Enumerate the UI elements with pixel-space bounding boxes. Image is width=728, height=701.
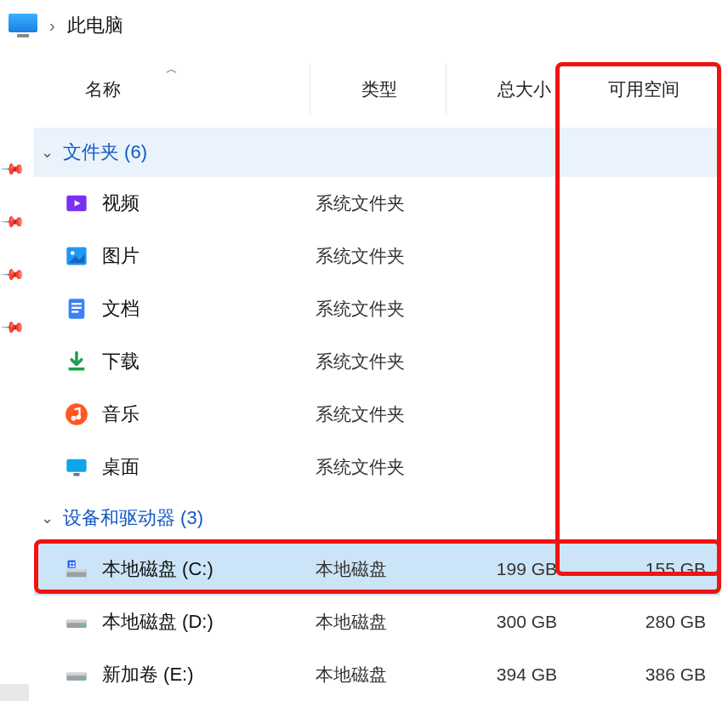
item-type: 本地磁盘 [316,557,452,581]
item-type: 系统文件夹 [316,402,452,426]
svg-point-24 [82,624,84,626]
list-item[interactable]: 新加卷 (E:) 本地磁盘 394 GB 386 GB [34,648,719,701]
item-size: 199 GB [452,559,562,579]
item-type: 系统文件夹 [316,350,452,373]
music-icon [65,402,88,426]
item-type: 系统文件夹 [316,244,452,268]
svg-rect-23 [66,620,86,624]
list-item[interactable]: 本地磁盘 (C:) 本地磁盘 199 GB 155 GB [34,543,719,596]
svg-rect-20 [70,565,71,567]
item-name: 新加卷 (E:) [102,662,194,687]
downloads-icon [65,350,88,373]
chevron-down-icon: ⌄ [39,509,54,527]
pin-icon: 📌 [0,314,26,340]
list-item[interactable]: 文档 系统文件夹 [34,282,719,335]
breadcrumb[interactable]: › 此电脑 [0,0,728,51]
pin-gutter: 📌 📌 📌 📌 [3,160,22,337]
item-free: 386 GB [562,664,719,685]
item-name: 本地磁盘 (C:) [102,556,213,582]
item-name: 文档 [102,296,139,322]
item-name: 桌面 [102,454,139,480]
list-item[interactable]: 视频 系统文件夹 [34,177,719,230]
svg-rect-8 [71,311,78,312]
list-item[interactable]: 音乐 系统文件夹 [34,388,719,441]
item-name: 本地磁盘 (D:) [102,609,213,635]
item-type: 本地磁盘 [316,610,452,634]
breadcrumb-location[interactable]: 此电脑 [67,13,123,38]
list-item[interactable]: 图片 系统文件夹 [34,230,719,282]
svg-rect-18 [70,562,71,564]
explorer-window: › 此电脑 📌 📌 📌 📌 ︿ 名称 类型 总大小 可用空间 ⌄ 文件夹 (6) [0,0,728,701]
column-header-label: 类型 [361,77,397,101]
sort-ascending-icon: ︿ [166,62,178,77]
column-header-type[interactable]: 类型 [310,64,446,115]
svg-rect-16 [66,569,86,573]
svg-rect-19 [72,562,74,564]
svg-point-3 [71,251,75,255]
column-header-label: 总大小 [498,77,551,101]
svg-rect-14 [74,473,80,476]
item-name: 图片 [102,243,139,269]
pin-icon: 📌 [0,208,26,235]
group-label: 文件夹 (6) [63,140,147,165]
item-type: 本地磁盘 [316,663,452,687]
column-header-label: 可用空间 [608,77,680,101]
this-pc-icon [9,14,37,37]
item-name: 下载 [102,349,139,374]
chevron-down-icon: ⌄ [39,143,54,162]
pictures-icon [65,244,88,268]
item-type: 系统文件夹 [316,297,452,321]
item-name: 视频 [102,191,139,216]
drive-icon [65,610,88,634]
column-header-name[interactable]: ︿ 名称 [34,64,310,115]
drive-icon [65,663,88,687]
item-type: 系统文件夹 [316,191,452,215]
item-size: 394 GB [452,664,562,685]
list-item[interactable]: 本地磁盘 (D:) 本地磁盘 300 GB 280 GB [34,596,719,648]
svg-point-27 [82,676,84,679]
video-icon [65,191,88,215]
column-header-size[interactable]: 总大小 [446,64,557,115]
svg-rect-6 [71,303,82,305]
pin-icon: 📌 [0,261,26,288]
column-header-free[interactable]: 可用空间 [557,64,719,115]
group-label: 设备和驱动器 (3) [63,505,203,531]
breadcrumb-separator: › [49,16,55,36]
item-size: 300 GB [452,612,562,632]
item-name: 音乐 [102,402,139,427]
svg-rect-9 [69,368,85,371]
svg-rect-7 [71,307,82,309]
column-headers: ︿ 名称 类型 总大小 可用空间 [34,64,719,115]
documents-icon [65,297,88,321]
drive-c-icon [65,557,88,581]
pin-icon: 📌 [0,156,26,182]
column-header-label: 名称 [85,77,121,101]
svg-point-12 [77,415,82,420]
svg-point-11 [71,416,77,421]
scrollbar-stub[interactable] [0,684,29,701]
svg-rect-13 [66,459,86,472]
svg-point-10 [65,403,88,425]
group-header-devices[interactable]: ⌄ 设备和驱动器 (3) [34,493,719,543]
desktop-icon [65,455,88,479]
item-free: 280 GB [562,612,719,632]
item-type: 系统文件夹 [316,455,452,479]
group-header-folders[interactable]: ⌄ 文件夹 (6) [34,128,719,177]
list-item[interactable]: 下载 系统文件夹 [34,335,719,388]
svg-rect-21 [72,565,74,567]
list-item[interactable]: 桌面 系统文件夹 [34,441,719,493]
svg-rect-26 [66,673,86,676]
item-free: 155 GB [562,559,719,579]
content-area: ⌄ 文件夹 (6) 视频 系统文件夹 图片 系统文件夹 [34,128,719,701]
